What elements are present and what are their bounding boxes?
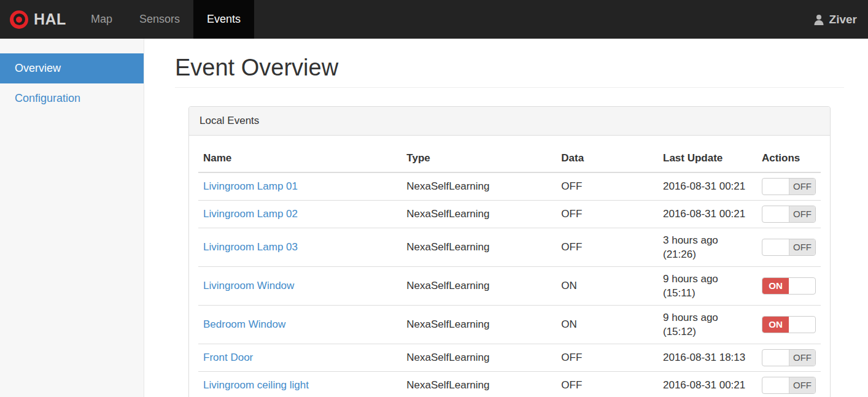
page-layout: Overview Configuration Event Overview Lo… xyxy=(0,39,868,397)
event-data-cell: ON xyxy=(556,305,658,344)
brand[interactable]: HAL xyxy=(0,0,77,39)
event-type-cell: NexaSelfLearning xyxy=(401,172,556,201)
toggle-on-segment xyxy=(762,350,789,366)
sidebar: Overview Configuration xyxy=(0,39,144,397)
event-type-cell: NexaSelfLearning xyxy=(401,266,556,305)
toggle-off-segment: OFF xyxy=(789,350,815,366)
event-name-cell: Livingroom Lamp 01 xyxy=(198,172,401,201)
sidebar-item-overview[interactable]: Overview xyxy=(0,53,144,83)
toggle-on-segment xyxy=(762,206,789,222)
event-data-cell: OFF xyxy=(556,344,658,371)
event-name-link[interactable]: Livingroom Window xyxy=(203,280,294,291)
page-title: Event Overview xyxy=(175,55,844,81)
event-data-cell: ON xyxy=(556,266,658,305)
toggle-off-segment: OFF xyxy=(789,206,815,222)
toggle-off-segment xyxy=(789,317,815,333)
toggle-on-segment: ON xyxy=(762,317,789,333)
event-name-cell: Front Door xyxy=(198,344,401,371)
event-name-link[interactable]: Livingroom Lamp 02 xyxy=(203,208,298,220)
event-toggle-switch[interactable]: ON xyxy=(762,316,816,333)
column-header-data: Data xyxy=(556,145,658,172)
column-header-actions: Actions xyxy=(757,145,821,172)
event-actions-cell: ON xyxy=(757,305,821,344)
column-header-type: Type xyxy=(401,145,556,172)
navbar-menu: Map Sensors Events xyxy=(77,0,254,39)
event-name-cell: Livingroom ceiling light xyxy=(198,371,401,397)
table-row: Livingroom Lamp 03 NexaSelfLearning OFF … xyxy=(198,228,821,266)
event-name-link[interactable]: Livingroom Lamp 03 xyxy=(203,241,298,253)
event-name-link[interactable]: Livingroom ceiling light xyxy=(203,379,309,391)
user-icon xyxy=(813,13,825,26)
panel-title: Local Events xyxy=(189,107,830,136)
table-row: Livingroom Window NexaSelfLearning ON 9 … xyxy=(198,266,821,305)
table-row: Bedroom Window NexaSelfLearning ON 9 hou… xyxy=(198,305,821,344)
toggle-off-segment: OFF xyxy=(789,377,815,393)
event-last-update-cell: 9 hours ago (15:11) xyxy=(658,266,757,305)
event-name-link[interactable]: Livingroom Lamp 01 xyxy=(203,180,298,192)
event-toggle-switch[interactable]: OFF xyxy=(762,239,816,256)
column-header-last-update: Last Update xyxy=(658,145,757,172)
events-table-header-row: Name Type Data Last Update Actions xyxy=(198,145,821,172)
event-last-update-cell: 9 hours ago (15:12) xyxy=(658,305,757,344)
event-toggle-switch[interactable]: ON xyxy=(762,277,816,295)
event-name-link[interactable]: Front Door xyxy=(203,352,253,363)
event-actions-cell: OFF xyxy=(757,371,821,397)
toggle-on-segment xyxy=(762,239,789,255)
hal-target-logo-icon xyxy=(10,10,28,29)
events-table: Name Type Data Last Update Actions Livin… xyxy=(198,145,821,397)
event-toggle-switch[interactable]: OFF xyxy=(762,178,816,195)
sidebar-item-configuration[interactable]: Configuration xyxy=(0,83,144,114)
main-content: Event Overview Local Events Name Type Da… xyxy=(144,39,868,397)
event-actions-cell: OFF xyxy=(757,344,821,371)
toggle-off-segment: OFF xyxy=(789,239,815,255)
toggle-on-segment xyxy=(762,377,789,393)
column-header-name: Name xyxy=(198,145,401,172)
table-row: Livingroom Lamp 01 NexaSelfLearning OFF … xyxy=(198,172,821,201)
user-name: Ziver xyxy=(829,13,857,26)
nav-item-sensors[interactable]: Sensors xyxy=(126,0,193,39)
local-events-panel: Local Events Name Type Data Last Update … xyxy=(188,106,831,397)
event-name-cell: Bedroom Window xyxy=(198,305,401,344)
event-last-update-cell: 2016-08-31 00:21 xyxy=(658,172,757,201)
event-type-cell: NexaSelfLearning xyxy=(401,200,556,228)
brand-title: HAL xyxy=(34,10,66,28)
toggle-off-segment: OFF xyxy=(789,179,815,195)
event-actions-cell: OFF xyxy=(757,228,821,266)
event-last-update-cell: 2016-08-31 18:13 xyxy=(658,344,757,371)
event-actions-cell: OFF xyxy=(757,172,821,201)
event-name-link[interactable]: Bedroom Window xyxy=(203,318,285,330)
table-row: Livingroom Lamp 02 NexaSelfLearning OFF … xyxy=(198,200,821,228)
event-type-cell: NexaSelfLearning xyxy=(401,305,556,344)
toggle-on-segment: ON xyxy=(762,278,789,294)
event-last-update-cell: 2016-08-31 00:21 xyxy=(658,200,757,228)
event-last-update-cell: 2016-08-31 00:21 xyxy=(658,371,757,397)
nav-item-events[interactable]: Events xyxy=(193,0,254,39)
top-navbar: HAL Map Sensors Events Ziver xyxy=(0,0,868,39)
events-table-body: Livingroom Lamp 01 NexaSelfLearning OFF … xyxy=(198,172,821,397)
event-actions-cell: OFF xyxy=(757,200,821,228)
event-type-cell: NexaSelfLearning xyxy=(401,228,556,266)
table-row: Front Door NexaSelfLearning OFF 2016-08-… xyxy=(198,344,821,371)
event-toggle-switch[interactable]: OFF xyxy=(762,377,816,394)
event-toggle-switch[interactable]: OFF xyxy=(762,349,816,366)
toggle-on-segment xyxy=(762,179,789,195)
event-name-cell: Livingroom Lamp 02 xyxy=(198,200,401,228)
event-type-cell: NexaSelfLearning xyxy=(401,344,556,371)
event-actions-cell: ON xyxy=(757,266,821,305)
event-data-cell: OFF xyxy=(556,172,658,201)
event-data-cell: OFF xyxy=(556,371,658,397)
nav-item-map[interactable]: Map xyxy=(77,0,126,39)
event-name-cell: Livingroom Window xyxy=(198,266,401,305)
page-header: Event Overview xyxy=(175,55,844,88)
event-data-cell: OFF xyxy=(556,200,658,228)
panel-body: Name Type Data Last Update Actions Livin… xyxy=(189,136,830,397)
toggle-off-segment xyxy=(789,278,815,294)
event-last-update-cell: 3 hours ago (21:26) xyxy=(658,228,757,266)
event-type-cell: NexaSelfLearning xyxy=(401,371,556,397)
table-row: Livingroom ceiling light NexaSelfLearnin… xyxy=(198,371,821,397)
event-data-cell: OFF xyxy=(556,228,658,266)
user-menu[interactable]: Ziver xyxy=(813,0,868,39)
event-name-cell: Livingroom Lamp 03 xyxy=(198,228,401,266)
event-toggle-switch[interactable]: OFF xyxy=(762,206,816,223)
